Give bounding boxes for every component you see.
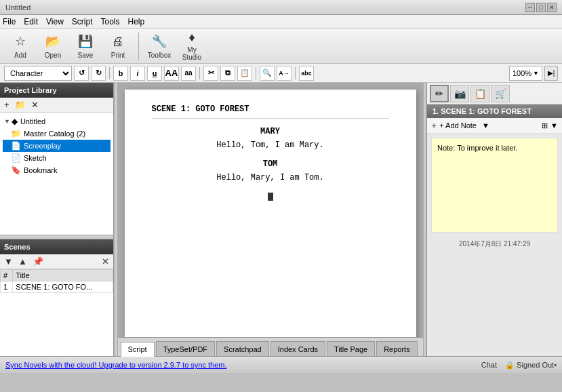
maximize-button[interactable]: □ — [536, 3, 546, 12]
add-note-button[interactable]: + — [431, 120, 437, 131]
print-button[interactable]: 🖨 Print — [103, 31, 133, 62]
scenes-header: Scenes — [0, 239, 113, 254]
replace-button[interactable]: A→ — [277, 66, 292, 81]
format-sep-3 — [256, 67, 256, 79]
save-button[interactable]: 💾 Save — [71, 31, 100, 62]
note-grid-button[interactable]: ⊞ — [542, 121, 548, 130]
screenplay-page[interactable]: SCENE 1: GOTO FOREST MARY Hello, Tom, I … — [125, 90, 416, 337]
scenes-close-button[interactable]: ✕ — [100, 256, 111, 267]
italic-button[interactable]: i — [130, 66, 145, 81]
undo-button[interactable]: ↺ — [74, 66, 89, 81]
note-menu-button[interactable]: ▼ — [550, 121, 558, 130]
character-mary: MARY — [152, 125, 389, 138]
scenes-up-button[interactable]: ▲ — [17, 256, 28, 267]
center-editor: SCENE 1: GOTO FOREST MARY Hello, Tom, I … — [118, 83, 423, 356]
find-button[interactable]: 🔍 — [260, 66, 275, 81]
table-row[interactable]: 1 SCENE 1: GOTO FO... — [1, 281, 113, 293]
title-bar: Untitled ─ □ ✕ — [0, 0, 562, 15]
scenes-down-button[interactable]: ▼ — [3, 256, 14, 267]
mystudio-icon: ♦ — [183, 31, 201, 45]
bold-button[interactable]: b — [113, 66, 128, 81]
font-large-button[interactable]: AA — [164, 66, 179, 81]
tree-item-catalog[interactable]: 📁 Master Catalog (2) — [3, 128, 111, 140]
tree-item-screenplay[interactable]: 📄 Screenplay — [3, 140, 111, 152]
tree-item-sketch[interactable]: 📄 Sketch — [3, 152, 111, 164]
project-close-button[interactable]: ✕ — [30, 100, 40, 110]
redo-button[interactable]: ↻ — [91, 66, 106, 81]
scene-title: SCENE 1: GOTO FO... — [13, 281, 113, 293]
open-icon: 📂 — [44, 33, 62, 50]
scenes-panel: Scenes ▼ ▲ 📌 ✕ # Title — [0, 239, 113, 356]
chat-label[interactable]: Chat — [481, 361, 497, 369]
project-add-button[interactable]: + — [3, 100, 11, 110]
menu-file[interactable]: File — [3, 17, 16, 26]
col-title: Title — [13, 270, 113, 281]
note-card: Note: To improve it later. — [431, 138, 558, 233]
main-toolbar: ☆ Add 📂 Open 💾 Save 🖨 Print 🔧 Toolbox ♦ … — [0, 28, 562, 64]
tree-item-bookmark[interactable]: 🔖 Bookmark — [3, 164, 111, 176]
sync-link[interactable]: Sync Novels with the cloud! Upgrade to v… — [5, 361, 227, 369]
spell-button[interactable]: abc — [299, 66, 314, 81]
note-text: Note: To improve it later. — [437, 144, 517, 152]
paste-button[interactable]: 📋 — [237, 66, 252, 81]
scenes-table-container: # Title 1 SCENE 1: GOTO FO... — [0, 269, 113, 356]
project-folder-button[interactable]: 📁 — [14, 100, 27, 110]
text-cursor — [268, 193, 273, 201]
main-layout: Project Library + 📁 ✕ ▼ ◆ Untitled 📁 Mas… — [0, 83, 562, 356]
format-sep-2 — [199, 67, 200, 79]
add-note-dropdown[interactable]: ▼ — [482, 121, 489, 130]
toolbox-button[interactable]: 🔧 Toolbox — [144, 31, 174, 62]
add-button[interactable]: ☆ Add — [5, 31, 35, 62]
cart-tool-button[interactable]: 🛒 — [491, 85, 510, 102]
window-title: Untitled — [5, 3, 525, 12]
menu-help[interactable]: Help — [128, 17, 145, 26]
style-select[interactable]: Character Action Scene Heading Dialogue … — [4, 66, 72, 81]
camera-tool-button[interactable]: 📷 — [450, 85, 469, 102]
clipboard-tool-button[interactable]: 📋 — [470, 85, 489, 102]
tab-bar: Script TypeSet/PDF Scratchpad Index Card… — [118, 337, 423, 356]
menu-view[interactable]: View — [46, 17, 64, 26]
minimize-button[interactable]: ─ — [525, 3, 535, 12]
signed-out-label: 🔒 Signed Out• — [505, 361, 557, 370]
left-panel: Project Library + 📁 ✕ ▼ ◆ Untitled 📁 Mas… — [0, 83, 114, 356]
scenes-toolbar: ▼ ▲ 📌 ✕ — [0, 254, 113, 269]
tab-scratchpad[interactable]: Scratchpad — [216, 341, 269, 356]
tab-typeset[interactable]: TypeSet/PDF — [156, 341, 215, 356]
project-toolbar: + 📁 ✕ — [0, 98, 113, 113]
font-small-button[interactable]: aa — [181, 66, 196, 81]
format-sep-1 — [109, 67, 110, 79]
tab-index-cards[interactable]: Index Cards — [270, 341, 325, 356]
editor-area[interactable]: SCENE 1: GOTO FOREST MARY Hello, Tom, I … — [118, 83, 423, 337]
nav-button[interactable]: ▶| — [544, 66, 558, 81]
print-icon: 🖨 — [109, 33, 127, 50]
status-bar: Sync Novels with the cloud! Upgrade to v… — [0, 356, 562, 373]
add-note-label: + Add Note — [439, 121, 477, 130]
project-library-header: Project Library — [0, 83, 113, 98]
add-icon: ☆ — [12, 33, 29, 50]
pen-tool-button[interactable]: ✏ — [430, 85, 449, 102]
tree-item-untitled[interactable]: ▼ ◆ Untitled — [3, 115, 111, 128]
underline-button[interactable]: u — [147, 66, 162, 81]
copy-button[interactable]: ⧉ — [220, 66, 235, 81]
save-icon: 💾 — [77, 33, 94, 50]
mystudio-button[interactable]: ♦ My Studio — [177, 31, 207, 62]
tab-script[interactable]: Script — [121, 342, 155, 357]
open-button[interactable]: 📂 Open — [38, 31, 68, 62]
window-controls: ─ □ ✕ — [525, 3, 557, 12]
note-timestamp: 2014年7月8日 21:47:29 — [431, 239, 558, 249]
toolbar-separator — [138, 33, 139, 60]
menu-edit[interactable]: Edit — [24, 17, 38, 26]
close-button[interactable]: ✕ — [547, 3, 557, 12]
format-sep-4 — [295, 67, 296, 79]
dialogue-tom: Hello, Mary, I am Tom. — [152, 172, 389, 184]
menu-tools[interactable]: Tools — [101, 17, 120, 26]
notes-header: 1. SCENE 1: GOTO FOREST — [427, 104, 562, 118]
scenes-add-button[interactable]: 📌 — [31, 256, 45, 267]
project-tree: ▼ ◆ Untitled 📁 Master Catalog (2) 📄 Scre… — [0, 113, 113, 235]
zoom-display: 100% ▼ — [509, 66, 542, 81]
cut-button[interactable]: ✂ — [203, 66, 218, 81]
menu-script[interactable]: Script — [72, 17, 93, 26]
tab-reports[interactable]: Reports — [376, 341, 418, 356]
tab-title-page[interactable]: Title Page — [327, 341, 375, 356]
col-number: # — [1, 270, 13, 281]
